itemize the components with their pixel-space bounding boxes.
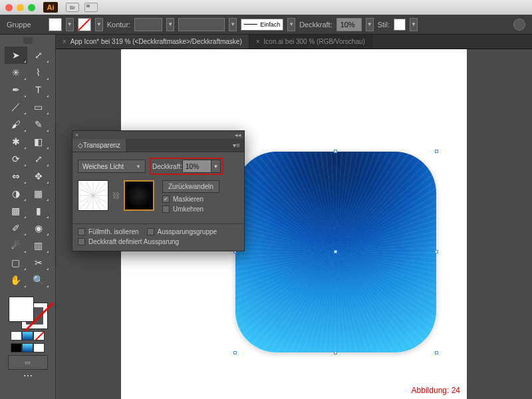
brush-definition[interactable]: Einfach (241, 19, 283, 31)
svg-line-1 (86, 182, 94, 196)
mask-thumbnail[interactable] (124, 180, 154, 211)
style-dropdown[interactable]: ▼ (410, 18, 418, 31)
minimize-window-button[interactable] (17, 4, 24, 11)
handle-ne[interactable] (435, 150, 438, 153)
blend-mode-select[interactable]: Weiches Licht▼ (78, 160, 146, 173)
opacity-defines-knockout-checkbox[interactable]: Deckkraft definiert Aussparung (78, 238, 179, 245)
handle-n[interactable] (334, 150, 337, 153)
fill-indicator[interactable] (9, 297, 34, 322)
color-mode-none[interactable] (33, 331, 45, 340)
svg-line-11 (86, 196, 94, 209)
slice-tool[interactable]: ✂ (27, 254, 50, 271)
panel-collapse-icon[interactable]: ◂◂ (235, 132, 241, 138)
rectangle-tool[interactable]: ▭ (27, 98, 50, 116)
panel-opacity-input[interactable]: 10% (182, 160, 211, 173)
panel-close-icon[interactable]: × (75, 132, 78, 138)
arrange-docs-button[interactable] (84, 3, 98, 12)
width-tool[interactable]: ⇔ (5, 168, 27, 185)
close-window-button[interactable] (5, 4, 13, 11)
invert-checkbox[interactable]: Umkehren (162, 205, 219, 213)
pencil-tool[interactable]: ✎ (27, 116, 50, 133)
opacity-dropdown[interactable]: ▼ (366, 18, 374, 31)
blend-tool[interactable]: ◉ (27, 219, 50, 237)
pen-tool[interactable]: ✒ (5, 81, 27, 98)
var-width-profile[interactable] (178, 18, 225, 31)
direct-selection-tool[interactable]: ⤢ (27, 47, 50, 64)
tab-close-icon[interactable]: × (256, 38, 260, 45)
knockout-group-checkbox[interactable]: Aussparungsgruppe (147, 228, 217, 235)
color-mode-row (11, 331, 45, 340)
color-mode-solid[interactable] (11, 331, 22, 340)
opacity-input[interactable]: 10% (336, 18, 362, 31)
selection-tool[interactable]: ➤ (5, 47, 27, 64)
color-mode-gradient[interactable] (22, 331, 33, 340)
isolate-blend-checkbox[interactable]: Füllmth. isolieren (78, 228, 139, 235)
draw-inside[interactable] (33, 343, 45, 352)
stroke-weight-dropdown[interactable]: ▼ (166, 18, 174, 31)
knockout-label: Aussparungsgruppe (158, 228, 217, 235)
scale-tool[interactable]: ⤢ (27, 150, 50, 168)
artboard-tool[interactable]: ▢ (5, 254, 27, 271)
bridge-button[interactable]: Br (66, 3, 79, 12)
svg-line-12 (79, 196, 93, 209)
magic-wand-tool[interactable]: ✳ (5, 64, 27, 81)
handle-e[interactable] (435, 250, 438, 253)
handle-center[interactable] (334, 250, 337, 253)
opacity-highlight: Deckkraft: 10% ▼ (150, 158, 223, 175)
brush-dropdown[interactable]: ▼ (287, 18, 295, 31)
draw-normal[interactable] (11, 343, 22, 352)
perspective-tool[interactable]: ▦ (27, 185, 50, 202)
zoom-tool[interactable]: 🔍 (27, 271, 50, 289)
fill-stroke-indicator[interactable] (6, 294, 50, 329)
mask-link-icon[interactable]: ⛓ (112, 192, 120, 200)
mesh-tool[interactable]: ▩ (5, 202, 27, 219)
tab-icon-ai[interactable]: ×Icon.ai bei 300 % (RGB/Vorschau) (249, 35, 372, 49)
control-bar: Gruppe ▼ ▼ Kontur: ▼ ▼ Einfach ▼ Deckkra… (0, 15, 532, 35)
symbol-sprayer-tool[interactable]: ☄ (5, 237, 27, 254)
hand-tool[interactable]: ✋ (5, 271, 27, 289)
tab-close-icon[interactable]: × (63, 38, 66, 45)
tools-grip[interactable] (23, 37, 33, 44)
recolor-button[interactable] (513, 19, 525, 31)
lasso-tool[interactable]: ⌇ (27, 64, 50, 81)
tools-panel: ➤ ⤢ ✳ ⌇ ✒ T ／ ▭ 🖌 ✎ ✱ ◧ ⟳ ⤢ ⇔ ✥ ◑ ▦ ▩ ▮ … (0, 35, 56, 399)
type-tool[interactable]: T (27, 81, 50, 98)
gradient-tool[interactable]: ▮ (27, 202, 50, 219)
fill-dropdown[interactable]: ▼ (66, 18, 74, 31)
handle-sw[interactable] (233, 351, 237, 354)
fill-swatch[interactable] (49, 18, 62, 31)
stroke-weight-input[interactable] (134, 18, 162, 31)
handle-se[interactable] (435, 351, 438, 354)
line-tool[interactable]: ／ (5, 98, 27, 116)
mask-checkbox[interactable]: ✓Maskieren (162, 196, 219, 203)
graphic-style[interactable] (394, 19, 406, 31)
svg-line-9 (93, 196, 100, 209)
screen-mode-button[interactable]: ▭ (8, 355, 48, 370)
zoom-window-button[interactable] (28, 4, 35, 11)
shape-builder-tool[interactable]: ◑ (5, 185, 27, 202)
free-transform-tool[interactable]: ✥ (27, 168, 50, 185)
artwork-thumbnail[interactable] (78, 180, 108, 211)
revert-mask-button[interactable]: Zurückwandeln (162, 180, 219, 193)
eyedropper-tool[interactable]: ✐ (5, 219, 27, 237)
app-icon-artwork[interactable] (235, 152, 436, 352)
rotate-tool[interactable]: ⟳ (5, 150, 27, 168)
draw-mode-row (11, 343, 45, 352)
tools-overflow[interactable]: ⋯ (23, 370, 33, 381)
panel-menu-icon[interactable]: ▾≡ (229, 142, 244, 149)
paintbrush-tool[interactable]: 🖌 (5, 116, 27, 133)
graph-tool[interactable]: ▥ (27, 237, 50, 254)
svg-line-15 (79, 189, 93, 196)
handle-s[interactable] (334, 351, 337, 354)
panel-tab-transparency[interactable]: ◇ Transparenz (72, 139, 126, 152)
blob-brush-tool[interactable]: ✱ (5, 133, 27, 150)
stroke-dropdown[interactable]: ▼ (95, 18, 103, 31)
tab-label: Icon.ai bei 300 % (RGB/Vorschau) (264, 38, 365, 45)
var-width-dropdown[interactable]: ▼ (229, 18, 237, 31)
tab-app-icon[interactable]: ×App Icon* bei 319 % (<Deckkraftmaske>/D… (56, 35, 249, 49)
eraser-tool[interactable]: ◧ (27, 133, 50, 150)
draw-behind[interactable] (22, 343, 33, 352)
panel-opacity-dropdown[interactable]: ▼ (211, 160, 221, 173)
isolate-label: Füllmth. isolieren (88, 228, 139, 235)
stroke-swatch[interactable] (78, 18, 91, 31)
